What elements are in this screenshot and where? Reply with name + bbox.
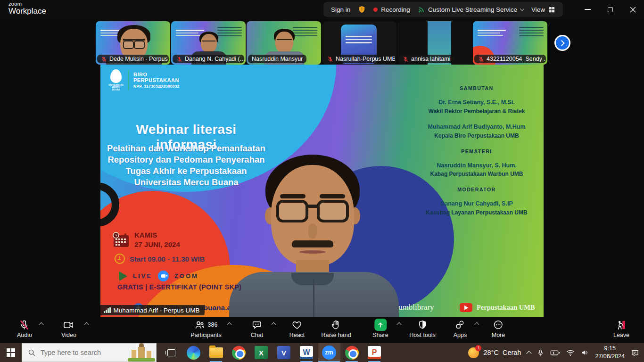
muted-mic-icon <box>403 56 409 62</box>
taskbar-app-chrome-2[interactable] <box>340 343 363 362</box>
weather-widget[interactable]: 1 28°C Cerah <box>468 347 521 358</box>
share-icon <box>374 319 387 331</box>
video-options-chevron[interactable] <box>84 322 89 327</box>
active-speaker-video[interactable]: UNIVERSITAS MERCU BUANA BIROPERPUSTAKAAN… <box>100 65 544 317</box>
section-heading: PEMATERI <box>413 148 540 154</box>
taskbar-app-edge[interactable] <box>182 343 205 362</box>
apps-icon <box>455 320 465 330</box>
schedule-block: KAMIS 27 JUNI, 2024 Start 09.00 - 11.30 … <box>113 230 205 264</box>
video-button[interactable]: Video <box>61 319 76 338</box>
event-day: KAMIS <box>134 230 180 240</box>
leave-button[interactable]: Leave <box>613 319 629 338</box>
heart-icon <box>292 320 303 330</box>
react-button[interactable]: React <box>289 319 305 338</box>
youtube-icon <box>460 303 472 312</box>
more-button[interactable]: More <box>492 319 505 338</box>
window-controls <box>576 0 644 19</box>
brand-zoom: zoom <box>8 1 46 7</box>
grid-view-icon <box>548 6 555 13</box>
participant-filmstrip: Dede Muksin - Perpus Danang N. Cahyadi (… <box>96 21 547 65</box>
participant-tile[interactable]: Nasruddin Mansyur <box>247 21 321 65</box>
participant-name-tag: Nasrullah-Perpus UMB <box>323 55 395 63</box>
gratis-line: GRATIS | E-SERTIFIKAT (POINT SKP) <box>117 283 241 291</box>
leave-icon <box>616 320 627 330</box>
audio-button[interactable]: Audio <box>17 319 32 338</box>
participants-options-chevron[interactable] <box>227 322 232 327</box>
host-tools-button[interactable]: Host tools <box>409 319 436 338</box>
tray-expand-chevron[interactable] <box>527 351 532 356</box>
participant-tile[interactable]: Nasrullah-Perpus UMB <box>322 21 396 65</box>
tray-wifi-icon[interactable] <box>566 349 575 356</box>
muted-mic-icon <box>176 56 182 62</box>
sign-in-button[interactable]: Sign in <box>331 6 350 13</box>
task-view-button[interactable] <box>160 343 182 362</box>
action-center-icon[interactable] <box>631 349 639 357</box>
apps-options-chevron[interactable] <box>475 322 479 327</box>
share-screen-button[interactable]: Share <box>372 319 388 338</box>
chevron-down-icon <box>520 7 525 11</box>
muted-mic-icon <box>327 56 333 62</box>
windows-logo-icon <box>7 348 15 357</box>
participant-name-tag: annisa lahitami <box>399 55 454 63</box>
tray-mic-icon[interactable] <box>537 349 544 357</box>
event-date: 27 JUNI, 2024 <box>134 240 180 249</box>
participant-tile[interactable]: Dede Muksin - Perpus <box>96 21 170 65</box>
weather-temp: 28°C <box>483 349 498 356</box>
search-highlight-image[interactable] <box>128 344 155 362</box>
weather-sun-icon: 1 <box>468 347 479 358</box>
apps-button[interactable]: Apps <box>454 319 467 338</box>
speaker-list: SAMBUTAN Dr. Erna Setiany, S.E., M.Si. W… <box>413 85 540 225</box>
raise-hand-icon <box>331 320 342 330</box>
excel-icon: X <box>255 346 268 359</box>
taskbar-search[interactable] <box>22 343 157 362</box>
recording-dot-icon <box>373 8 378 12</box>
restore-button[interactable] <box>599 0 621 19</box>
taskbar-app-file-explorer[interactable] <box>205 343 227 362</box>
view-button[interactable]: View <box>531 6 555 13</box>
participant-tile[interactable]: 43221120054_Sendy ... <box>473 21 547 65</box>
close-button[interactable] <box>621 0 644 19</box>
org-npp: NPP. 3173032D2000032 <box>133 84 179 89</box>
share-options-chevron[interactable] <box>397 322 402 327</box>
taskbar-clock[interactable]: 9:15 27/06/2024 <box>595 345 625 361</box>
live-zoom-row: LIVE ZOOM <box>119 271 198 281</box>
more-icon <box>493 320 504 330</box>
library-logo: UNIVERSITAS MERCU BUANA BIROPERPUSTAKAAN… <box>108 69 179 91</box>
chrome-icon <box>345 346 359 360</box>
zoom-workplace-logo: zoom Workplace <box>8 1 46 15</box>
muted-mic-icon <box>101 56 107 62</box>
taskbar-app-zoom[interactable]: zm <box>318 343 340 362</box>
live-streaming-menu[interactable]: Custom Live Streaming Service <box>418 6 524 13</box>
tray-battery-icon[interactable] <box>550 349 560 356</box>
start-button[interactable] <box>0 343 22 362</box>
live-label: LIVE <box>133 272 152 280</box>
taskbar-app-powerpoint[interactable]: P <box>363 343 386 362</box>
participant-name-tag: Dede Muksin - Perpus <box>97 55 169 63</box>
participant-tile[interactable]: Danang N. Cahyadi (... <box>171 21 246 65</box>
participants-button[interactable]: 386 Participants <box>190 319 221 338</box>
security-shield-icon[interactable] <box>358 5 366 14</box>
windows-taskbar: X V W zm P 1 28°C Cerah 9:15 <box>0 343 644 362</box>
file-explorer-icon <box>209 347 223 358</box>
participants-icon <box>195 320 206 330</box>
taskbar-app-word[interactable]: W <box>295 343 318 362</box>
minimize-button[interactable] <box>576 0 599 19</box>
taskbar-app-chrome[interactable] <box>227 343 250 362</box>
audio-options-chevron[interactable] <box>39 322 44 327</box>
chat-options-chevron[interactable] <box>272 322 276 327</box>
clock-date: 27/06/2024 <box>595 353 625 361</box>
raise-hand-button[interactable]: Raise hand <box>321 319 351 338</box>
search-input[interactable] <box>41 349 118 356</box>
task-view-icon <box>167 349 175 356</box>
taskbar-app-visio[interactable]: V <box>272 343 295 362</box>
participant-tile[interactable]: annisa lahitami <box>397 21 472 65</box>
taskbar-app-excel[interactable]: X <box>250 343 272 362</box>
recording-indicator[interactable]: Recording <box>373 6 410 13</box>
webinar-subtitle: Pelatihan dan Workshop Pemanfaatan Repos… <box>106 143 266 188</box>
next-participants-button[interactable] <box>554 35 570 51</box>
tray-volume-icon[interactable] <box>581 349 589 356</box>
chat-button[interactable]: Chat <box>251 319 263 338</box>
mic-muted-icon <box>19 320 30 330</box>
meeting-toolbar: Audio Video 386 Participants Chat React <box>0 317 644 343</box>
zoom-app-icon: zm <box>322 346 336 360</box>
